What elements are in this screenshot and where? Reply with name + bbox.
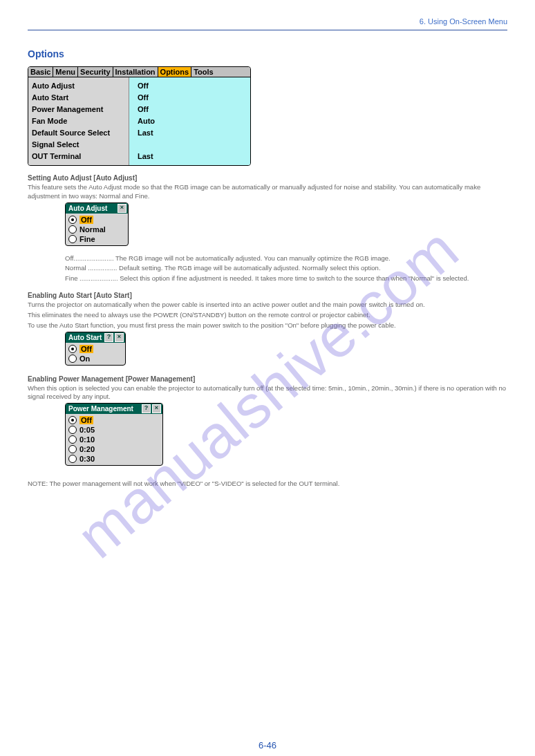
radio-option[interactable]: 0:10 <box>68 435 158 444</box>
header-rule <box>28 30 507 30</box>
row-label[interactable]: Power Management <box>32 104 127 115</box>
auto-adjust-text: This feature sets the Auto Adjust mode s… <box>28 183 507 201</box>
radio-icon <box>68 455 77 463</box>
auto-start-text: To use the Auto Start function, you must… <box>28 321 507 330</box>
help-icon[interactable]: ? <box>142 404 151 413</box>
page-footer: 6-46 <box>0 740 535 750</box>
radio-option[interactable]: Off <box>68 344 121 354</box>
row-value: Off <box>138 80 250 92</box>
auto-start-heading: Enabling Auto Start [Auto Start] <box>28 292 507 299</box>
option-desc-normal: Normal ................ Default setting.… <box>65 264 507 273</box>
pm-heading: Enabling Power Management [Power Managem… <box>28 375 507 383</box>
tab-installation[interactable]: Installation <box>113 67 158 77</box>
row-value: Off <box>138 104 250 115</box>
auto-start-text: Turns the projector on automatically whe… <box>28 301 507 310</box>
row-value: Auto <box>138 115 250 127</box>
option-desc-off: Off...................... The RGB image … <box>65 254 507 263</box>
radio-icon <box>68 445 77 453</box>
dialog-titlebar: Auto Start ? × <box>66 332 125 343</box>
dialog-auto-start: Auto Start ? × Off On <box>65 332 126 366</box>
radio-icon <box>68 355 77 363</box>
radio-icon <box>68 426 77 434</box>
radio-option[interactable]: On <box>68 354 121 363</box>
close-icon[interactable]: × <box>118 204 126 213</box>
radio-option[interactable]: Off <box>68 415 158 425</box>
options-panel: Basic Menu Security Installation Options… <box>28 66 251 166</box>
row-value: Off <box>138 92 250 104</box>
row-label[interactable]: Signal Select <box>32 139 127 151</box>
pm-note: NOTE: The power management will not work… <box>28 480 507 489</box>
row-value <box>138 139 250 151</box>
row-value: Last <box>138 127 250 139</box>
radio-option[interactable]: 0:20 <box>68 444 158 454</box>
tab-basic[interactable]: Basic <box>28 67 53 77</box>
pm-text: When this option is selected you can ena… <box>28 384 507 402</box>
radio-icon <box>68 225 77 234</box>
auto-adjust-heading: Setting Auto Adjust [Auto Adjust] <box>28 174 507 182</box>
dialog-titlebar: Auto Adjust × <box>66 203 128 214</box>
radio-option[interactable]: 0:05 <box>68 425 158 435</box>
row-label[interactable]: OUT Terminal <box>32 151 127 162</box>
row-value: Last <box>138 151 250 162</box>
row-label[interactable]: Fan Mode <box>32 115 127 127</box>
tab-row: Basic Menu Security Installation Options… <box>28 67 250 77</box>
tab-options[interactable]: Options <box>158 67 192 77</box>
dialog-title-text: Auto Adjust <box>68 205 107 212</box>
header-section-path: 6. Using On-Screen Menu <box>28 17 507 26</box>
auto-start-text: This eliminates the need to always use t… <box>28 311 507 320</box>
row-label[interactable]: Default Source Select <box>32 127 127 139</box>
dialog-power-management: Power Management ? × Off 0:05 0:10 0:20 … <box>65 403 163 466</box>
tab-menu[interactable]: Menu <box>53 67 78 77</box>
tab-security[interactable]: Security <box>78 67 113 77</box>
dialog-title-text: Auto Start <box>68 334 102 341</box>
tab-tools[interactable]: Tools <box>191 67 216 77</box>
radio-option[interactable]: Off <box>68 215 124 225</box>
section-title-options: Options <box>28 48 507 59</box>
panel-labels: Auto Adjust Auto Start Power Management … <box>28 77 129 165</box>
help-icon[interactable]: ? <box>104 333 113 342</box>
radio-option[interactable]: Fine <box>68 234 124 244</box>
row-label[interactable]: Auto Start <box>32 92 127 104</box>
close-icon[interactable]: × <box>152 404 161 413</box>
radio-icon <box>68 345 77 353</box>
radio-option[interactable]: 0:30 <box>68 454 158 464</box>
row-label[interactable]: Auto Adjust <box>32 80 127 92</box>
dialog-titlebar: Power Management ? × <box>66 404 162 414</box>
panel-values: Off Off Off Auto Last Last <box>129 77 250 165</box>
close-icon[interactable]: × <box>115 333 124 342</box>
radio-icon <box>68 435 77 444</box>
radio-icon <box>68 216 77 224</box>
dialog-auto-adjust: Auto Adjust × Off Normal Fine <box>65 202 129 246</box>
dialog-title-text: Power Management <box>68 405 133 413</box>
option-desc-fine: Fine ..................... Select this o… <box>65 274 507 283</box>
radio-icon <box>68 416 77 424</box>
radio-option[interactable]: Normal <box>68 225 124 234</box>
radio-icon <box>68 235 77 243</box>
